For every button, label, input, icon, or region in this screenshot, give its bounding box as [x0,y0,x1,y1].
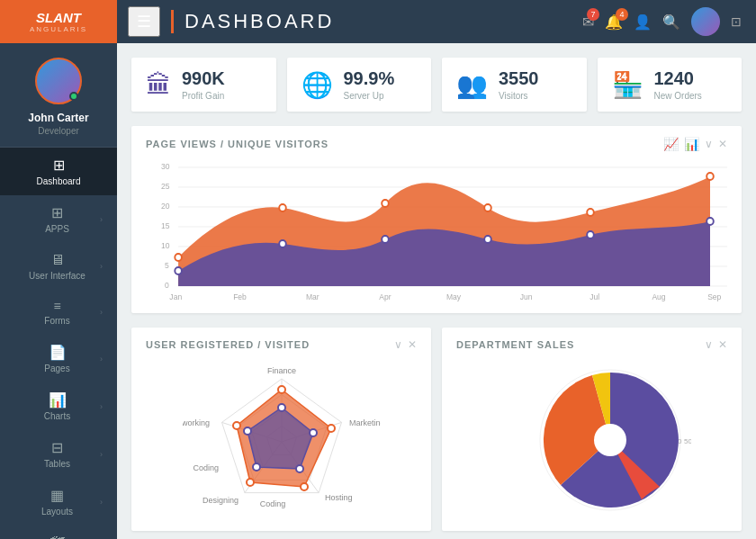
stat-card-visitors: 👥 3550 Visitors [442,58,587,112]
svg-point-49 [247,479,254,486]
user-registered-panel: USER REGISTERED / VISITED ∨ ✕ [131,328,431,531]
layouts-chevron-icon: › [100,498,103,507]
svg-text:10: 10 [161,241,170,250]
dept-collapse-button[interactable]: ∨ [705,338,713,351]
email-badge: 7 [587,8,599,21]
sidebar-item-forms-inner: ≡ Forms [14,299,100,326]
bar-chart-button[interactable]: 📊 [684,137,699,151]
svg-point-50 [233,422,240,429]
tables-chevron-icon: › [100,450,103,459]
chart-controls: 📈 📊 ∨ ✕ [663,137,727,151]
expand-button[interactable]: ⊡ [731,13,742,30]
sidebar-item-pages-inner: 📄 Pages [14,344,100,373]
sidebar-label-dashboard: Dashboard [37,176,81,186]
svg-point-14 [175,254,182,261]
sidebar-item-layouts[interactable]: ▦ Layouts › [0,478,117,526]
sidebar-item-layouts-inner: ▦ Layouts [14,487,100,517]
svg-point-48 [301,483,308,490]
top-header: SLANT ANGULARIS ☰ DASHBOARD ✉ 7 🔔 4 👤 🔍 … [0,0,756,43]
svg-text:Aug: Aug [652,292,665,301]
pie-container: 500 400 300 200 100 [456,358,727,520]
sidebar-item-apps[interactable]: ⊞ APPS › [0,195,117,243]
maps-icon: 🗺 [50,535,65,539]
user-registered-controls: ∨ ✕ [394,338,417,351]
svg-text:Designing: Designing [202,496,238,505]
avatar[interactable] [691,7,720,36]
svg-point-16 [382,200,389,207]
user-registered-title: USER REGISTERED / VISITED [146,339,310,350]
collapse-button[interactable]: ∨ [705,138,713,150]
svg-point-47 [328,425,335,432]
logo-text: SLANT [36,10,81,25]
hamburger-button[interactable]: ☰ [128,6,160,37]
svg-text:Finance: Finance [266,366,295,375]
sidebar-item-dashboard[interactable]: ⊞ Dashboard [0,148,117,195]
svg-text:0: 0 [165,281,169,290]
svg-text:Marketing: Marketing [349,418,381,427]
pie-chart-svg: 500 400 300 200 100 [493,361,691,518]
svg-point-21 [279,240,286,247]
sidebar-item-charts[interactable]: 📊 Charts › [0,382,117,430]
svg-text:Coding: Coding [259,499,285,508]
radar-close-button[interactable]: ✕ [408,338,417,351]
sidebar-label-forms: Forms [44,316,69,326]
email-button[interactable]: ✉ 7 [582,13,594,31]
sidebar-item-tables[interactable]: ⊟ Tables › [0,430,117,478]
sidebar: John Carter Developer ⊞ Dashboard ⊞ APPS… [0,43,117,539]
stat-info-profit: 990K Profit Gain [182,68,225,101]
user-avatar [35,58,82,104]
dept-sales-controls: ∨ ✕ [705,338,727,351]
orders-value: 1240 [654,68,702,89]
logo-sub: ANGULARIS [30,25,87,33]
svg-point-46 [278,386,285,393]
sidebar-item-user-interface[interactable]: 🖥 User Interface › [0,243,117,290]
sidebar-item-dashboard-inner: ⊞ Dashboard [14,157,103,186]
close-button[interactable]: ✕ [718,138,727,150]
notifications-button[interactable]: 🔔 4 [605,13,623,31]
server-icon: 🌐 [302,70,333,100]
charts-chevron-icon: › [100,402,103,411]
logo-area: SLANT ANGULARIS [0,0,117,43]
sidebar-item-forms[interactable]: ≡ Forms › [0,290,117,335]
stat-info-orders: 1240 New Orders [654,68,702,101]
svg-text:20: 20 [161,202,170,211]
svg-point-18 [587,209,594,216]
svg-text:Jan: Jan [169,292,182,301]
svg-text:15: 15 [161,221,170,230]
svg-point-15 [279,204,286,211]
forms-icon: ≡ [53,299,60,313]
svg-text:Feb: Feb [233,292,247,301]
line-chart-button[interactable]: 📈 [663,137,679,151]
sidebar-item-apps-inner: ⊞ APPS [14,204,100,234]
apps-chevron-icon: › [100,215,103,224]
dashboard-icon: ⊞ [53,157,65,174]
svg-point-17 [484,204,491,211]
radar-container: Finance Marketing Hosting Designing Netw… [146,358,417,520]
page-views-panel: PAGE VIEWS / UNIQUE VISITORS 📈 📊 ∨ ✕ 30 … [131,126,742,313]
body-layout: John Carter Developer ⊞ Dashboard ⊞ APPS… [0,43,756,539]
svg-text:Jul: Jul [590,292,599,301]
search-button[interactable]: 🔍 [662,13,680,31]
department-sales-panel: DEPARTMENT SALES ∨ ✕ [442,328,742,531]
sidebar-item-pages[interactable]: 📄 Pages › [0,335,117,382]
sidebar-item-charts-inner: 📊 Charts [14,391,100,421]
main-content: 🏛 990K Profit Gain 🌐 99.9% Server Up 👥 3… [117,43,756,539]
dept-close-button[interactable]: ✕ [718,338,727,351]
user-name: John Carter [28,112,88,124]
radar-collapse-button[interactable]: ∨ [394,338,402,351]
pages-chevron-icon: › [100,355,103,364]
svg-text:Networking: Networking [183,418,210,427]
sidebar-label-pages: Pages [44,364,69,373]
user-profile: John Carter Developer [0,43,117,148]
sidebar-label-layouts: Layouts [41,507,73,517]
area-chart-svg: 30 25 20 15 10 5 0 [146,158,727,302]
user-button[interactable]: 👤 [634,13,652,31]
bottom-charts-row: USER REGISTERED / VISITED ∨ ✕ [131,328,742,531]
sidebar-item-maps[interactable]: 🗺 Maps › [0,526,117,539]
svg-text:Sep: Sep [707,292,721,301]
svg-point-23 [484,236,491,243]
charts-icon: 📊 [49,391,67,409]
stat-cards: 🏛 990K Profit Gain 🌐 99.9% Server Up 👥 3… [131,58,742,112]
expand-icon: ⊡ [731,14,742,29]
svg-text:Mar: Mar [306,292,320,301]
